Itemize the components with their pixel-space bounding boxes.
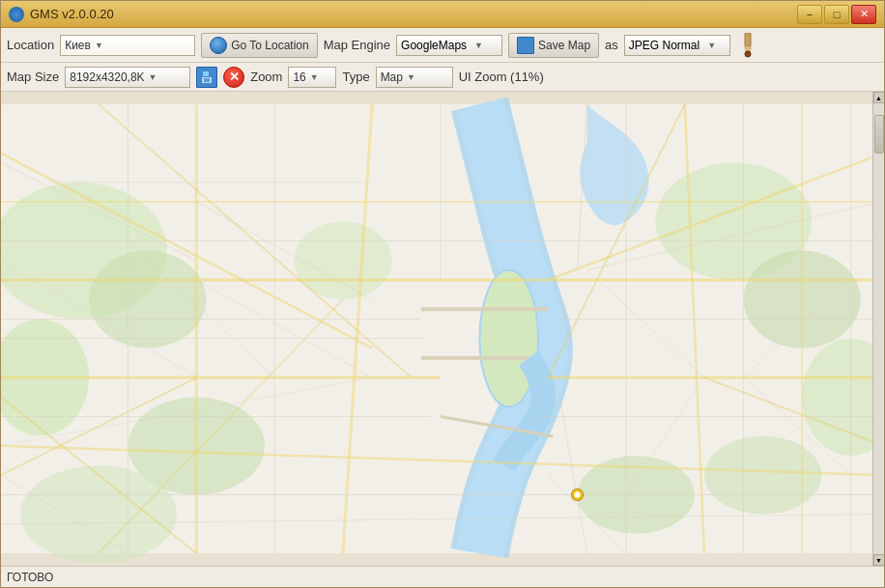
zoom-dropdown[interactable]: 16 ▼ [288,67,336,88]
save-map-label: Save Map [538,39,590,52]
svg-rect-0 [745,33,751,46]
save-icon [517,37,534,54]
floppy-icon [200,70,214,84]
jpeg-dropdown-arrow: ▼ [707,41,716,50]
map-container: ▲ ▼ [1,92,884,566]
go-to-label: Go To Location [231,39,309,52]
zoom-value: 16 [293,70,305,84]
svg-rect-4 [203,71,209,76]
svg-point-19 [479,270,538,407]
toolbar-row-1: Location Киев ▼ Go To Location Map Engin… [1,28,884,63]
window-controls: − □ ✕ [797,5,876,24]
svg-point-9 [89,251,206,349]
delete-button[interactable]: ✕ [223,67,244,88]
save-floppy-button[interactable] [196,67,217,88]
zoom-label: Zoom [250,70,282,84]
app-icon [9,7,24,22]
svg-point-16 [20,465,177,563]
svg-point-18 [704,436,821,515]
main-window: GMS v2.0.0.20 − □ ✕ Location Киев ▼ Go T… [0,0,885,588]
location-value: Киев [65,39,91,52]
svg-point-2 [745,51,751,57]
type-dropdown[interactable]: Map ▼ [376,67,453,88]
type-label: Type [342,70,369,84]
map-engine-arrow: ▼ [474,41,483,50]
svg-point-71 [574,491,580,497]
minimize-button[interactable]: − [797,5,822,24]
svg-rect-6 [204,78,210,82]
go-to-location-button[interactable]: Go To Location [201,33,318,58]
type-arrow: ▼ [407,72,415,82]
location-label: Location [7,38,54,52]
map-size-arrow: ▼ [149,72,157,82]
map-engine-dropdown[interactable]: GoogleMaps ▼ [396,35,502,56]
status-bar: ГОТОВО [1,566,884,587]
map-engine-label: Map Engine [324,38,390,52]
map-image [1,92,884,566]
toolbar-row-2: Map Size 8192x4320,8K ▼ ✕ Zoom 16 ▼ Type… [1,63,884,92]
map-size-value: 8192x4320,8K [70,70,144,84]
jpeg-value: JPEG Normal [629,39,699,52]
map-engine-value: GoogleMaps [401,39,467,52]
zoom-arrow: ▼ [310,72,319,82]
brush-icon-container [738,33,757,58]
type-value: Map [381,70,403,84]
globe-icon [210,37,227,54]
location-dropdown-arrow: ▼ [95,41,103,50]
jpeg-format-dropdown[interactable]: JPEG Normal ▼ [624,35,730,56]
title-bar-left: GMS v2.0.0.20 [9,7,114,22]
scrollbar-right[interactable]: ▲ ▼ [872,92,884,566]
location-input[interactable]: Киев ▼ [60,35,195,56]
map-size-dropdown[interactable]: 8192x4320,8K ▼ [65,67,190,88]
map-size-label: Map Size [7,70,59,84]
status-text: ГОТОВО [7,571,53,584]
scrollbar-up-button[interactable]: ▲ [873,92,885,103]
close-button[interactable]: ✕ [851,5,876,24]
scrollbar-down-button[interactable]: ▼ [873,554,885,566]
title-bar: GMS v2.0.0.20 − □ ✕ [1,1,884,28]
ui-zoom-label: UI Zoom (11%) [459,70,544,84]
window-title: GMS v2.0.0.20 [30,7,114,21]
save-map-button[interactable]: Save Map [508,33,599,58]
scrollbar-thumb[interactable] [874,115,884,154]
brush-icon [738,33,757,58]
maximize-button[interactable]: □ [824,5,849,24]
save-as-label: as [605,38,618,52]
